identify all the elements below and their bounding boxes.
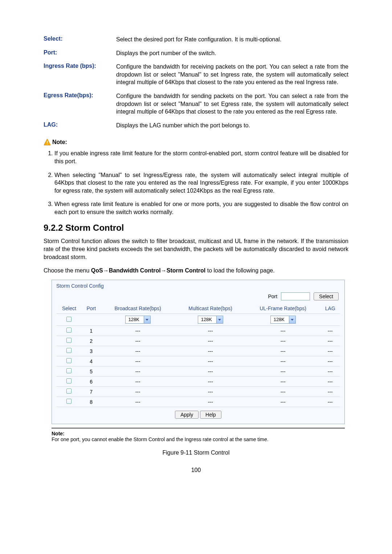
page-number: 100 [44, 467, 348, 473]
definition-row: Egress Rate(bps):Configure the bandwidth… [44, 89, 348, 119]
cell-multicast: --- [175, 377, 246, 387]
cell-port: 1 [82, 326, 101, 336]
cell-lag: --- [320, 397, 340, 407]
table-row: 7------------ [56, 387, 340, 397]
button-row: Apply Help [56, 411, 340, 419]
col-select: Select [56, 303, 82, 314]
row-checkbox[interactable] [66, 368, 72, 373]
panel-title: Storm Control Config [56, 283, 340, 289]
cell-broadcast: --- [101, 397, 175, 407]
chevron-down-icon [144, 316, 150, 323]
svg-rect-2 [47, 144, 48, 144]
note-item: If you enable ingress rate limit feature… [54, 149, 348, 165]
cell-multicast: --- [175, 397, 246, 407]
definition-term: Egress Rate(bps): [44, 89, 116, 119]
cell-port: 8 [82, 397, 101, 407]
cell-lag: --- [320, 387, 340, 397]
cell-port: 5 [82, 366, 101, 377]
section-paragraph-1: Storm Control function allows the switch… [44, 237, 348, 262]
definition-term: Port: [44, 46, 116, 60]
cell-ulframe: --- [246, 387, 320, 397]
port-label: Port [268, 294, 277, 299]
cell-lag: --- [320, 377, 340, 387]
definition-row: LAG:Displays the LAG number which the po… [44, 119, 348, 132]
definition-description: Displays the port number of the switch. [116, 46, 348, 60]
col-multicast: Multicast Rate(bps) [175, 303, 246, 314]
cell-ulframe: --- [246, 346, 320, 356]
definition-row: Select:Select the desired port for Rate … [44, 33, 348, 46]
menu-storm: Storm Control [167, 267, 206, 274]
table-row: 5------------ [56, 366, 340, 377]
cell-broadcast: --- [101, 336, 175, 346]
cell-port: 3 [82, 346, 101, 356]
table-row: 6------------ [56, 377, 340, 387]
arrow-2: → [161, 267, 167, 274]
menu-qos: QoS [91, 267, 103, 274]
select-all-checkbox[interactable] [66, 317, 72, 322]
apply-button[interactable]: Apply [175, 411, 199, 419]
row-checkbox[interactable] [66, 399, 72, 404]
cell-multicast: --- [175, 326, 246, 336]
definition-row: Ingress Rate (bps):Configure the bandwid… [44, 60, 348, 89]
cell-broadcast: --- [101, 387, 175, 397]
notes-list: If you enable ingress rate limit feature… [44, 149, 348, 216]
broadcast-rate-dropdown[interactable]: 128K [125, 316, 151, 324]
table-row: 8------------ [56, 397, 340, 407]
definition-description: Configure the bandwidth for receiving pa… [116, 60, 348, 89]
note-label: Note: [52, 139, 67, 145]
svg-marker-5 [291, 319, 294, 321]
cell-multicast: --- [175, 356, 246, 366]
note-item: When selecting "Manual" to set Ingress/E… [54, 171, 348, 195]
ulframe-rate-dropdown[interactable]: 128K [270, 316, 296, 324]
dropdown-value: 128K [126, 316, 144, 323]
cell-port: 7 [82, 387, 101, 397]
svg-marker-4 [218, 319, 221, 321]
row-checkbox[interactable] [66, 378, 72, 383]
port-input[interactable] [281, 292, 310, 300]
definition-description: Configure the bandwidth for sending pack… [116, 89, 348, 119]
select-button[interactable]: Select [314, 292, 339, 300]
cell-lag: --- [320, 346, 340, 356]
col-lag: LAG [320, 303, 340, 314]
row-checkbox[interactable] [66, 389, 72, 394]
row-checkbox[interactable] [66, 358, 72, 363]
cell-ulframe: --- [246, 336, 320, 346]
cell-ulframe: --- [246, 397, 320, 407]
row-checkbox[interactable] [66, 338, 72, 343]
text-pre: Choose the menu [44, 267, 91, 274]
dropdown-value: 128K [198, 316, 216, 323]
storm-control-panel: Storm Control Config Port Select Select … [52, 280, 345, 424]
figure-caption: Figure 9-11 Storm Control [44, 450, 348, 456]
help-button[interactable]: Help [200, 411, 221, 419]
panel-note-label: Note: [52, 431, 65, 436]
multicast-rate-dropdown[interactable]: 128K [198, 316, 223, 324]
cell-port: 4 [82, 356, 101, 366]
definition-list: Select:Select the desired port for Rate … [44, 33, 348, 132]
definition-description: Displays the LAG number which the port b… [116, 119, 348, 132]
definition-term: Ingress Rate (bps): [44, 60, 116, 89]
menu-bandwidth: Bandwidth Control [109, 267, 161, 274]
table-row: 4------------ [56, 356, 340, 366]
table-row: 3------------ [56, 346, 340, 356]
col-broadcast: Broadcast Rate(bps) [101, 303, 175, 314]
definition-description: Select the desired port for Rate configu… [116, 33, 348, 46]
row-checkbox[interactable] [66, 328, 72, 333]
storm-control-table: Select Port Broadcast Rate(bps) Multicas… [56, 303, 340, 407]
cell-ulframe: --- [246, 326, 320, 336]
table-row: 2------------ [56, 336, 340, 346]
cell-broadcast: --- [101, 326, 175, 336]
cell-ulframe: --- [246, 366, 320, 377]
section-heading: 9.2.2 Storm Control [44, 223, 348, 233]
row-checkbox[interactable] [66, 348, 72, 353]
cell-broadcast: --- [101, 377, 175, 387]
text-post: to load the following page. [205, 267, 274, 274]
note-header: Note: [44, 139, 348, 146]
definition-term: LAG: [44, 119, 116, 132]
cell-multicast: --- [175, 346, 246, 356]
cell-broadcast: --- [101, 346, 175, 356]
definition-term: Select: [44, 33, 116, 46]
dropdown-row: 128K 128K 128K [56, 314, 340, 326]
cell-lag: --- [320, 326, 340, 336]
cell-port: 2 [82, 336, 101, 346]
panel-note-text: For one port, you cannot enable the Stor… [52, 436, 269, 442]
